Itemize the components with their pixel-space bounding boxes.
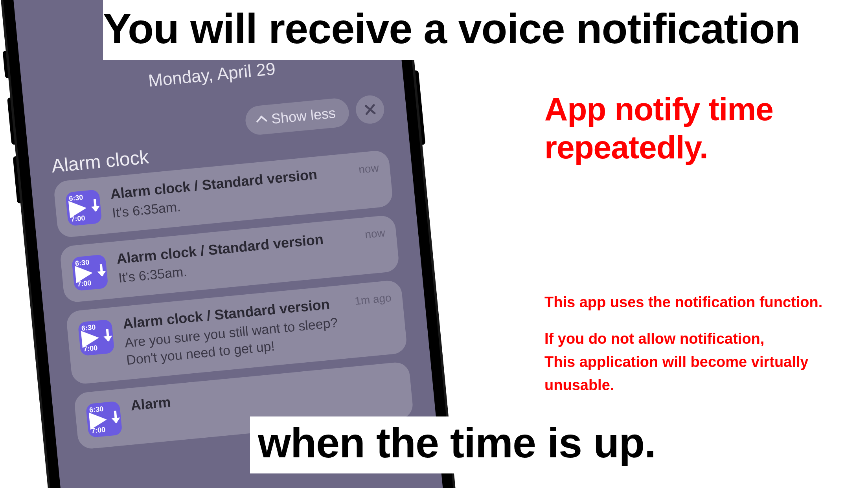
arrow-down-icon [100,264,103,276]
icon-time-bottom: 7:00 [70,214,85,224]
show-less-button[interactable]: Show less [244,97,350,136]
promo-detail: This app uses the notification function.… [544,291,868,397]
notification-time: now [358,160,379,176]
headline-top-strip: You will receive a voice notification [103,0,763,60]
promo-headline-line2: repeatedly. [544,128,773,167]
app-icon: 6:30 7:00 [72,254,108,291]
icon-time-bottom: 7:00 [77,279,92,288]
arrow-down-icon [114,411,118,422]
notification-list: 6:30 7:00 Alarm clock / Standard version… [53,150,414,450]
notification-time: now [364,225,386,241]
icon-time-bottom: 7:00 [91,426,106,435]
app-icon: 6:30 7:00 [65,189,102,226]
show-less-label: Show less [270,105,336,127]
promo-detail-line3: This application will become virtually u… [544,350,868,397]
arrow-down-icon [94,199,97,211]
promo-headline-line1: App notify time [544,90,773,128]
lock-screen: Carrier 6:35 Monday, April 29 Show less … [9,0,458,488]
arrow-down-icon [106,329,110,341]
headline-top: You will receive a voice notification [103,4,763,53]
promo-headline: App notify time repeatedly. [544,90,773,167]
notification-title: Alarm [130,372,392,414]
chevron-up-icon [256,116,267,127]
headline-bottom: when the time is up. [258,418,651,467]
phone-mockup: Carrier 6:35 Monday, April 29 Show less … [0,0,469,488]
notification-time: 1m ago [354,290,392,308]
close-icon [364,103,377,116]
app-icon: 6:30 7:00 [78,319,115,356]
close-group-button[interactable] [355,94,386,125]
icon-time-bottom: 7:00 [83,344,98,353]
phone-body: Carrier 6:35 Monday, April 29 Show less … [0,0,469,488]
promo-detail-line1: This app uses the notification function. [544,291,868,314]
headline-bottom-strip: when the time is up. [250,416,659,473]
promo-detail-line2: If you do not allow notification, [544,327,868,350]
app-icon: 6:30 7:00 [86,401,123,438]
